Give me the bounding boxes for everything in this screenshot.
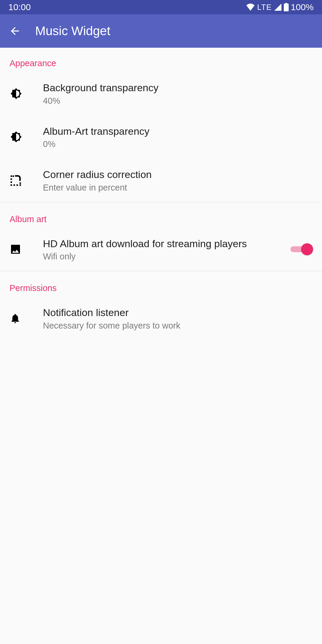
section-header-albumart: Album art xyxy=(0,202,322,228)
brightness-icon xyxy=(10,130,23,143)
status-right: LTE 100% xyxy=(246,2,314,12)
app-bar: Music Widget xyxy=(0,14,322,48)
svg-rect-6 xyxy=(19,184,21,186)
setting-subtitle: 0% xyxy=(43,139,306,149)
svg-rect-5 xyxy=(16,184,18,186)
section-header-permissions: Permissions xyxy=(0,271,322,297)
signal-icon xyxy=(274,4,282,11)
status-bar: 10:00 LTE 100% xyxy=(0,0,322,14)
status-time: 10:00 xyxy=(8,2,31,12)
battery-icon xyxy=(284,3,289,11)
setting-subtitle: 40% xyxy=(43,96,306,106)
setting-subtitle: Enter value in percent xyxy=(43,183,306,193)
svg-rect-7 xyxy=(19,182,21,184)
image-icon xyxy=(10,243,21,255)
svg-rect-0 xyxy=(10,175,12,177)
svg-rect-2 xyxy=(10,181,12,183)
svg-rect-8 xyxy=(13,175,14,177)
setting-subtitle: Necessary for some players to work xyxy=(43,321,306,331)
bell-icon xyxy=(10,312,21,325)
setting-corner-radius[interactable]: Corner radius correction Enter value in … xyxy=(0,159,322,202)
setting-title: Background transparency xyxy=(43,81,306,94)
toggle-hd-albumart[interactable] xyxy=(290,243,311,256)
section-header-appearance: Appearance xyxy=(0,48,322,72)
wifi-icon xyxy=(246,4,255,11)
setting-subtitle: Wifi only xyxy=(43,252,284,261)
page-title: Music Widget xyxy=(35,24,110,38)
battery-percent: 100% xyxy=(291,2,314,12)
setting-background-transparency[interactable]: Background transparency 40% xyxy=(0,72,322,115)
setting-hd-albumart-download[interactable]: HD Album art download for streaming play… xyxy=(0,228,322,271)
setting-title: Album-Art transparency xyxy=(43,125,306,138)
svg-rect-3 xyxy=(10,184,12,186)
svg-rect-4 xyxy=(13,184,15,186)
setting-title: Notification listener xyxy=(43,306,306,319)
svg-rect-1 xyxy=(10,178,12,180)
back-icon[interactable] xyxy=(9,25,21,37)
corner-radius-icon xyxy=(10,174,21,186)
network-type: LTE xyxy=(257,3,272,12)
brightness-icon xyxy=(10,87,23,100)
setting-title: HD Album art download for streaming play… xyxy=(43,237,284,250)
setting-title: Corner radius correction xyxy=(43,168,306,181)
toggle-thumb xyxy=(301,243,313,255)
setting-albumart-transparency[interactable]: Album-Art transparency 0% xyxy=(0,115,322,159)
setting-notification-listener[interactable]: Notification listener Necessary for some… xyxy=(0,297,322,340)
